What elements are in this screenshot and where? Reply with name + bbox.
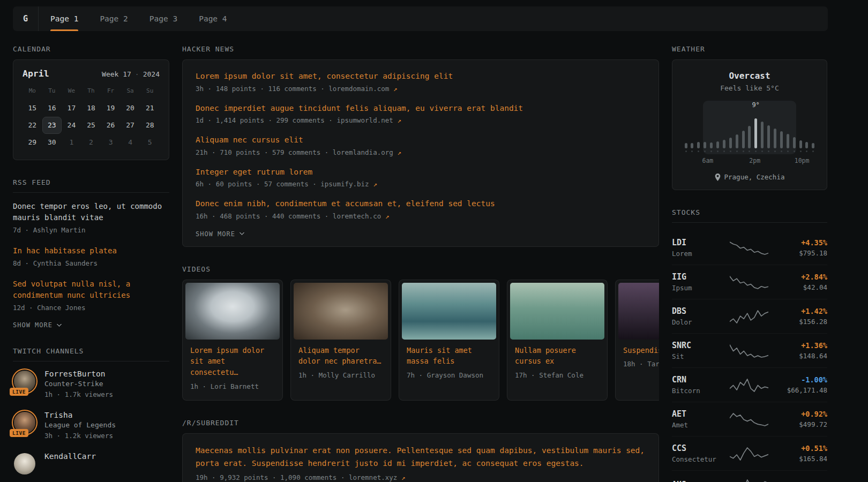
- temperature-bar: [729, 138, 732, 148]
- hour-dot: [698, 150, 699, 152]
- hour-dot: [812, 150, 814, 152]
- stock-identity: CRNBitcorn: [672, 375, 724, 395]
- stock-row-iig[interactable]: IIGIpsum+2.84%$42.04: [672, 265, 827, 299]
- dashboard-grid: CALENDAR April Week 172024 MoTuWeThFrSaS…: [13, 45, 828, 482]
- stock-row-snrc[interactable]: SNRCSit+1.36%$148.64: [672, 333, 827, 367]
- stock-row-ahs[interactable]: AHS+0.46%: [672, 470, 827, 482]
- calendar-day-5: 5: [140, 134, 160, 151]
- rss-item-link[interactable]: Donec tempor eros leo, ut commodo mauris…: [13, 201, 169, 223]
- stock-price: $42.04: [774, 283, 827, 291]
- external-link-icon[interactable]: ↗: [397, 116, 401, 124]
- stock-symbol: CCS: [672, 443, 724, 453]
- stock-name: Amet: [672, 421, 724, 429]
- stock-price: $795.18: [774, 249, 827, 257]
- video-thumbnail[interactable]: [402, 283, 496, 340]
- tab-page-1[interactable]: Page 1: [50, 6, 78, 31]
- temperature-bar: [793, 137, 796, 148]
- stock-sparkline: [724, 411, 774, 427]
- video-thumbnail[interactable]: [618, 283, 659, 340]
- hn-item-link[interactable]: Donec enim nibh, condimentum et accumsan…: [196, 198, 646, 210]
- tab-page-3[interactable]: Page 3: [149, 6, 177, 31]
- widget-title-hackernews: HACKER NEWS: [182, 45, 659, 53]
- video-card[interactable]: Lorem ipsum dolor sit amet consectetu…1h…: [182, 280, 283, 401]
- hn-item-info: 16h · 468 points · 440 comments · loremt…: [196, 212, 385, 220]
- external-link-icon[interactable]: ↗: [385, 212, 390, 220]
- widget-title-rss: RSS FEED: [13, 178, 169, 193]
- channel-name[interactable]: ForrestBurton: [44, 370, 113, 378]
- peak-temperature-label: 9°: [752, 101, 759, 109]
- sparkline-chart: [730, 446, 768, 462]
- video-card[interactable]: Aliquam tempor dolor nec pharetra…1h · M…: [290, 280, 391, 401]
- hackernews-list: Lorem ipsum dolor sit amet, consectetur …: [196, 71, 646, 222]
- temperature-bar: [716, 141, 719, 148]
- topbar: G Page 1Page 2Page 3Page 4: [13, 6, 828, 31]
- hn-item-link[interactable]: Donec imperdiet augue tincidunt felis al…: [196, 103, 646, 115]
- video-title[interactable]: Mauris sit amet massa felis: [407, 345, 491, 367]
- reddit-post-link[interactable]: Maecenas mollis pulvinar erat non posuer…: [196, 445, 646, 470]
- weather-hour-column: [691, 143, 694, 152]
- tab-page-4[interactable]: Page 4: [199, 6, 227, 31]
- stock-row-ldi[interactable]: LDILorem+4.35%$795.18: [672, 231, 827, 265]
- twitch-channel[interactable]: LIVETrishaLeague of Legends3h · 1.2k vie…: [13, 411, 169, 441]
- rss-item-link[interactable]: Sed volutpat nulla nisl, a condimentum n…: [13, 278, 169, 301]
- stock-name: Sit: [672, 352, 724, 360]
- rss-item-link[interactable]: In hac habitasse platea: [13, 245, 169, 257]
- external-link-icon[interactable]: ↗: [401, 473, 406, 481]
- stock-row-crn[interactable]: CRNBitcorn-1.00%$66,171.48: [672, 367, 827, 402]
- video-title[interactable]: Nullam posuere cursus ex: [515, 345, 600, 367]
- center-column: HACKER NEWS Lorem ipsum dolor sit amet, …: [182, 45, 659, 482]
- hn-item: Aliquam nec cursus elit21h · 710 points …: [196, 134, 646, 158]
- stock-row-aet[interactable]: AETAmet+0.92%$499.72: [672, 402, 827, 436]
- video-card[interactable]: Suspendisse diam18h · Tara: [615, 280, 659, 401]
- temperature-bar: [710, 142, 713, 148]
- weather-hour-column: [792, 137, 796, 152]
- video-title[interactable]: Lorem ipsum dolor sit amet consectetu…: [190, 345, 275, 379]
- stock-change: +1.42%: [774, 307, 827, 315]
- weather-card: Overcast Feels like 5°C 9° 6am2pm10pm Pr…: [672, 59, 827, 190]
- hn-item-link[interactable]: Aliquam nec cursus elit: [196, 134, 646, 146]
- calendar-day-28: 28: [140, 117, 160, 134]
- location-pin-icon: [715, 174, 721, 181]
- calendar-day-21: 21: [140, 100, 160, 117]
- video-title[interactable]: Suspendisse diam: [623, 345, 659, 356]
- calendar-day-19: 19: [101, 100, 121, 117]
- channel-name[interactable]: Trisha: [44, 411, 116, 419]
- stock-price: $156.28: [774, 318, 827, 326]
- hackernews-show-more-button[interactable]: SHOW MORE: [196, 230, 646, 238]
- tab-page-2[interactable]: Page 2: [100, 6, 128, 31]
- video-card[interactable]: Mauris sit amet massa felis7h · Grayson …: [399, 280, 499, 401]
- video-title[interactable]: Aliquam tempor dolor nec pharetra…: [298, 345, 383, 367]
- channel-name[interactable]: KendallCarr: [44, 452, 96, 461]
- weather-condition: Overcast: [682, 71, 817, 81]
- rss-show-more-button[interactable]: SHOW MORE: [13, 321, 169, 329]
- calendar-day-26: 26: [101, 117, 121, 134]
- rss-item-meta: 8d · Cynthia Saunders: [13, 259, 169, 269]
- twitch-channel[interactable]: KendallCarr: [13, 452, 169, 476]
- stocks-list: LDILorem+4.35%$795.18IIGIpsum+2.84%$42.0…: [672, 231, 827, 482]
- calendar-day-18: 18: [81, 100, 101, 117]
- calendar-day-17: 17: [62, 100, 81, 117]
- hn-item-link[interactable]: Integer eget rutrum lorem: [196, 167, 646, 178]
- external-link-icon[interactable]: ↗: [393, 85, 398, 93]
- stock-sparkline: [724, 478, 774, 482]
- hour-dot: [723, 150, 725, 152]
- external-link-icon[interactable]: ↗: [397, 148, 401, 156]
- video-thumbnail[interactable]: [185, 283, 280, 340]
- stock-row-dbs[interactable]: DBSDolor+1.42%$156.28: [672, 299, 827, 333]
- video-body: Aliquam tempor dolor nec pharetra…1h · M…: [294, 340, 388, 387]
- twitch-channel[interactable]: LIVEForrestBurtonCounter-Strike1h · 1.7k…: [13, 370, 169, 400]
- temperature-bar: [691, 143, 693, 148]
- video-card[interactable]: Nullam posuere cursus ex17h · Stefan Col…: [507, 280, 608, 401]
- external-link-icon[interactable]: ↗: [373, 180, 377, 188]
- stock-change: +0.51%: [774, 444, 827, 453]
- hn-item: Donec imperdiet augue tincidunt felis al…: [196, 103, 646, 126]
- calendar-weekday: Su: [140, 85, 160, 100]
- hn-item-link[interactable]: Lorem ipsum dolor sit amet, consectetur …: [196, 71, 646, 82]
- twitch-channel-list: LIVEForrestBurtonCounter-Strike1h · 1.7k…: [13, 370, 169, 476]
- right-column: WEATHER Overcast Feels like 5°C 9° 6am2p…: [672, 45, 827, 482]
- stock-sparkline: [724, 240, 774, 256]
- stock-row-ccs[interactable]: CCSConsectetur+0.51%$165.84: [672, 436, 827, 470]
- weather-hour-column: [748, 126, 751, 152]
- video-thumbnail[interactable]: [510, 283, 604, 340]
- video-thumbnail[interactable]: [294, 283, 388, 340]
